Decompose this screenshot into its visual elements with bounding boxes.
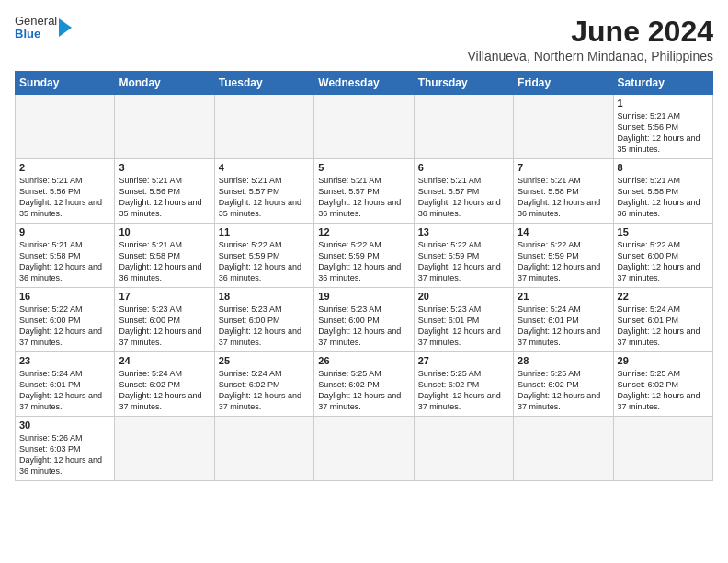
day-number: 25 — [219, 355, 310, 366]
header: General Blue June 2024 Villanueva, North… — [15, 15, 713, 63]
day-info: Sunrise: 5:21 AM Sunset: 5:58 PM Dayligh… — [518, 175, 609, 220]
col-friday: Friday — [514, 72, 613, 95]
day-number: 24 — [119, 355, 210, 366]
table-row — [414, 95, 513, 159]
calendar-header-row: Sunday Monday Tuesday Wednesday Thursday… — [16, 72, 713, 95]
day-info: Sunrise: 5:22 AM Sunset: 6:00 PM Dayligh… — [618, 239, 709, 284]
calendar-week-row: 9Sunrise: 5:21 AM Sunset: 5:58 PM Daylig… — [16, 224, 713, 288]
table-row: 7Sunrise: 5:21 AM Sunset: 5:58 PM Daylig… — [514, 159, 613, 224]
table-row — [214, 95, 313, 159]
day-info: Sunrise: 5:24 AM Sunset: 6:01 PM Dayligh… — [618, 304, 709, 349]
day-info: Sunrise: 5:25 AM Sunset: 6:02 PM Dayligh… — [318, 368, 409, 413]
day-info: Sunrise: 5:21 AM Sunset: 5:58 PM Dayligh… — [618, 175, 709, 220]
calendar-week-row: 16Sunrise: 5:22 AM Sunset: 6:00 PM Dayli… — [16, 288, 713, 352]
table-row: 13Sunrise: 5:22 AM Sunset: 5:59 PM Dayli… — [414, 224, 513, 288]
day-number: 6 — [418, 162, 509, 173]
day-number: 5 — [318, 162, 409, 173]
title-area: June 2024 Villanueva, Northern Mindanao,… — [468, 15, 713, 63]
table-row: 23Sunrise: 5:24 AM Sunset: 6:01 PM Dayli… — [16, 352, 115, 417]
table-row: 30Sunrise: 5:26 AM Sunset: 6:03 PM Dayli… — [16, 417, 115, 481]
day-info: Sunrise: 5:24 AM Sunset: 6:02 PM Dayligh… — [219, 368, 310, 413]
day-info: Sunrise: 5:22 AM Sunset: 5:59 PM Dayligh… — [418, 239, 509, 284]
table-row — [16, 95, 115, 159]
day-number: 30 — [19, 419, 110, 431]
table-row: 21Sunrise: 5:24 AM Sunset: 6:01 PM Dayli… — [514, 288, 613, 352]
table-row: 15Sunrise: 5:22 AM Sunset: 6:00 PM Dayli… — [613, 224, 712, 288]
calendar-week-row: 1Sunrise: 5:21 AM Sunset: 5:56 PM Daylig… — [16, 95, 713, 159]
day-number: 12 — [318, 226, 409, 237]
logo-general: General — [15, 15, 57, 28]
calendar-table: Sunday Monday Tuesday Wednesday Thursday… — [15, 71, 713, 481]
day-number: 28 — [518, 355, 609, 366]
day-number: 16 — [19, 291, 110, 302]
day-info: Sunrise: 5:21 AM Sunset: 5:58 PM Dayligh… — [119, 239, 210, 284]
table-row: 11Sunrise: 5:22 AM Sunset: 5:59 PM Dayli… — [214, 224, 313, 288]
day-info: Sunrise: 5:21 AM Sunset: 5:57 PM Dayligh… — [418, 175, 509, 220]
calendar-subtitle: Villanueva, Northern Mindanao, Philippin… — [468, 49, 713, 63]
col-wednesday: Wednesday — [314, 72, 414, 95]
day-info: Sunrise: 5:21 AM Sunset: 5:56 PM Dayligh… — [618, 110, 709, 155]
day-info: Sunrise: 5:25 AM Sunset: 6:02 PM Dayligh… — [518, 368, 609, 413]
table-row: 24Sunrise: 5:24 AM Sunset: 6:02 PM Dayli… — [115, 352, 214, 417]
table-row: 27Sunrise: 5:25 AM Sunset: 6:02 PM Dayli… — [414, 352, 513, 417]
day-number: 11 — [219, 226, 310, 237]
table-row — [514, 417, 613, 481]
day-info: Sunrise: 5:24 AM Sunset: 6:01 PM Dayligh… — [19, 368, 110, 413]
table-row: 19Sunrise: 5:23 AM Sunset: 6:00 PM Dayli… — [314, 288, 414, 352]
logo-blue: Blue — [15, 28, 57, 40]
table-row: 1Sunrise: 5:21 AM Sunset: 5:56 PM Daylig… — [613, 95, 712, 159]
day-number: 23 — [19, 355, 110, 366]
table-row — [314, 95, 414, 159]
day-number: 17 — [119, 291, 210, 302]
day-info: Sunrise: 5:23 AM Sunset: 6:01 PM Dayligh… — [418, 304, 509, 349]
day-number: 13 — [418, 226, 509, 237]
day-info: Sunrise: 5:25 AM Sunset: 6:02 PM Dayligh… — [418, 368, 509, 413]
col-sunday: Sunday — [16, 72, 115, 95]
table-row: 29Sunrise: 5:25 AM Sunset: 6:02 PM Dayli… — [613, 352, 712, 417]
day-number: 8 — [618, 162, 709, 173]
table-row: 6Sunrise: 5:21 AM Sunset: 5:57 PM Daylig… — [414, 159, 513, 224]
col-tuesday: Tuesday — [214, 72, 313, 95]
day-number: 22 — [618, 291, 709, 302]
table-row — [514, 95, 613, 159]
day-number: 18 — [219, 291, 310, 302]
table-row: 25Sunrise: 5:24 AM Sunset: 6:02 PM Dayli… — [214, 352, 313, 417]
day-number: 3 — [119, 162, 210, 173]
day-number: 10 — [119, 226, 210, 237]
table-row: 3Sunrise: 5:21 AM Sunset: 5:56 PM Daylig… — [115, 159, 214, 224]
table-row: 20Sunrise: 5:23 AM Sunset: 6:01 PM Dayli… — [414, 288, 513, 352]
day-info: Sunrise: 5:21 AM Sunset: 5:58 PM Dayligh… — [19, 239, 110, 284]
day-number: 20 — [418, 291, 509, 302]
day-number: 21 — [518, 291, 609, 302]
table-row: 2Sunrise: 5:21 AM Sunset: 5:56 PM Daylig… — [16, 159, 115, 224]
day-info: Sunrise: 5:22 AM Sunset: 5:59 PM Dayligh… — [518, 239, 609, 284]
table-row — [115, 417, 214, 481]
day-number: 9 — [19, 226, 110, 237]
table-row: 26Sunrise: 5:25 AM Sunset: 6:02 PM Dayli… — [314, 352, 414, 417]
calendar-week-row: 30Sunrise: 5:26 AM Sunset: 6:03 PM Dayli… — [16, 417, 713, 481]
day-number: 2 — [19, 162, 110, 173]
day-info: Sunrise: 5:25 AM Sunset: 6:02 PM Dayligh… — [618, 368, 709, 413]
day-info: Sunrise: 5:22 AM Sunset: 6:00 PM Dayligh… — [19, 304, 110, 349]
day-info: Sunrise: 5:23 AM Sunset: 6:00 PM Dayligh… — [318, 304, 409, 349]
table-row: 8Sunrise: 5:21 AM Sunset: 5:58 PM Daylig… — [613, 159, 712, 224]
day-number: 14 — [518, 226, 609, 237]
table-row — [613, 417, 712, 481]
day-number: 26 — [318, 355, 409, 366]
day-info: Sunrise: 5:21 AM Sunset: 5:57 PM Dayligh… — [318, 175, 409, 220]
table-row: 4Sunrise: 5:21 AM Sunset: 5:57 PM Daylig… — [214, 159, 313, 224]
table-row: 14Sunrise: 5:22 AM Sunset: 5:59 PM Dayli… — [514, 224, 613, 288]
col-saturday: Saturday — [613, 72, 712, 95]
table-row: 16Sunrise: 5:22 AM Sunset: 6:00 PM Dayli… — [16, 288, 115, 352]
day-info: Sunrise: 5:22 AM Sunset: 5:59 PM Dayligh… — [219, 239, 310, 284]
day-info: Sunrise: 5:21 AM Sunset: 5:57 PM Dayligh… — [219, 175, 310, 220]
day-info: Sunrise: 5:24 AM Sunset: 6:01 PM Dayligh… — [518, 304, 609, 349]
table-row — [314, 417, 414, 481]
day-number: 7 — [518, 162, 609, 173]
calendar-week-row: 23Sunrise: 5:24 AM Sunset: 6:01 PM Dayli… — [16, 352, 713, 417]
table-row — [115, 95, 214, 159]
day-info: Sunrise: 5:24 AM Sunset: 6:02 PM Dayligh… — [119, 368, 210, 413]
day-info: Sunrise: 5:23 AM Sunset: 6:00 PM Dayligh… — [219, 304, 310, 349]
logo: General Blue — [15, 15, 72, 41]
calendar-week-row: 2Sunrise: 5:21 AM Sunset: 5:56 PM Daylig… — [16, 159, 713, 224]
